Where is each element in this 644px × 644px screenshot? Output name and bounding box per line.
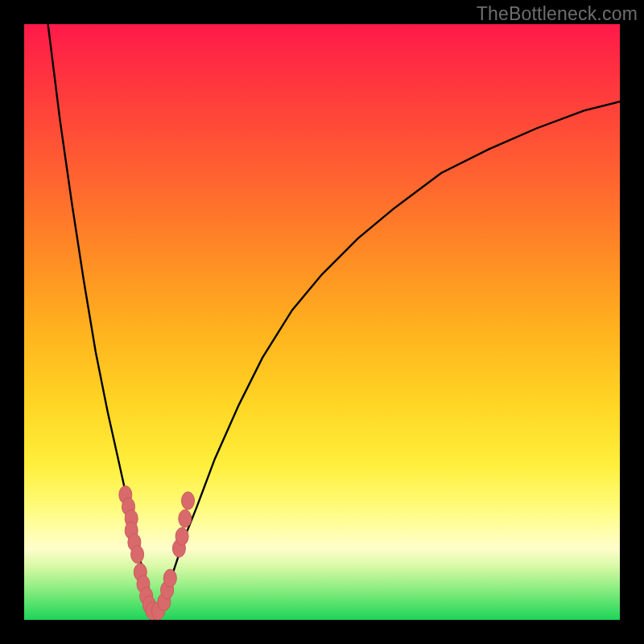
- watermark-text: TheBottleneck.com: [477, 3, 638, 25]
- curve-left-branch: [48, 24, 159, 617]
- marker-point: [179, 510, 192, 527]
- marker-group: [119, 486, 195, 620]
- marker-point: [131, 546, 144, 564]
- marker-point: [163, 569, 176, 587]
- chart-svg: [24, 24, 620, 620]
- marker-point: [182, 492, 195, 510]
- chart-frame: TheBottleneck.com: [0, 0, 644, 644]
- marker-point: [175, 527, 188, 545]
- plot-area: [24, 24, 620, 620]
- curve-right-branch: [159, 101, 621, 617]
